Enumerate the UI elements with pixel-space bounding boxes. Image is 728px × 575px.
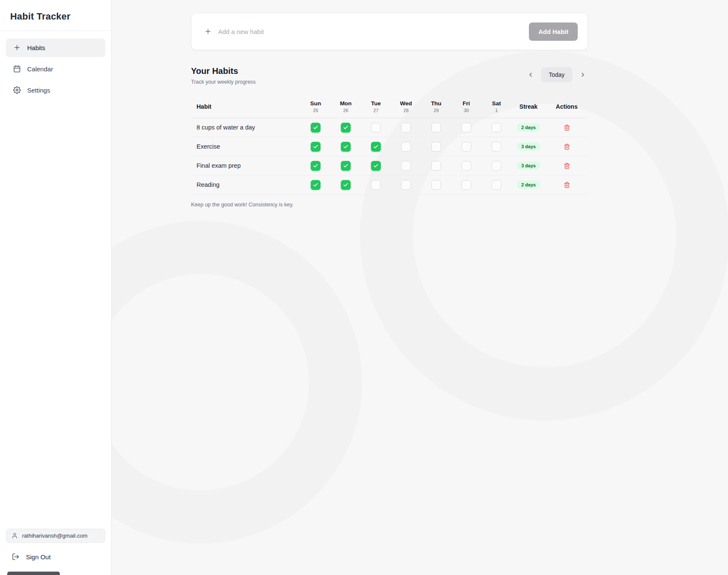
habit-checkbox[interactable] bbox=[461, 161, 471, 171]
today-button[interactable]: Today bbox=[541, 67, 572, 82]
day-cell bbox=[301, 123, 331, 132]
day-cell bbox=[481, 161, 512, 171]
delete-habit-button[interactable] bbox=[545, 182, 588, 188]
sign-out-button[interactable]: Sign Out bbox=[6, 549, 105, 565]
habit-checkbox[interactable] bbox=[431, 142, 441, 152]
sidebar-nav: Habits Calendar Settings bbox=[0, 31, 111, 107]
habit-checkbox[interactable] bbox=[341, 180, 351, 190]
sign-out-label: Sign Out bbox=[26, 553, 51, 561]
habit-checkbox[interactable] bbox=[341, 123, 351, 132]
day-cell bbox=[421, 123, 451, 132]
day-date: 1 bbox=[481, 108, 512, 113]
habit-checkbox[interactable] bbox=[401, 142, 411, 152]
sidebar-item-settings[interactable]: Settings bbox=[6, 81, 105, 99]
footer-note: Keep up the good work! Consistency is ke… bbox=[191, 202, 588, 208]
habit-checkbox[interactable] bbox=[371, 142, 381, 152]
habit-checkbox[interactable] bbox=[401, 123, 411, 132]
habit-checkbox[interactable] bbox=[461, 180, 471, 190]
delete-habit-button[interactable] bbox=[545, 163, 588, 169]
delete-habit-button[interactable] bbox=[545, 124, 588, 131]
column-header-habit: Habit bbox=[191, 103, 301, 110]
streak-badge: 2 days bbox=[517, 123, 540, 132]
chevron-right-icon bbox=[579, 71, 586, 78]
habit-checkbox[interactable] bbox=[492, 180, 501, 190]
section-title: Your Habits bbox=[191, 66, 256, 76]
day-cell bbox=[361, 123, 391, 132]
day-cell bbox=[331, 180, 361, 190]
sidebar-item-habits[interactable]: Habits bbox=[6, 39, 105, 56]
habit-checkbox[interactable] bbox=[461, 142, 471, 152]
day-cell bbox=[391, 142, 421, 152]
column-header-day: Thu29 bbox=[421, 100, 451, 113]
habit-checkbox[interactable] bbox=[311, 142, 320, 152]
day-cell bbox=[301, 161, 331, 171]
day-cell bbox=[451, 161, 481, 171]
add-habit-button[interactable]: Add Habit bbox=[529, 23, 578, 41]
habit-checkbox[interactable] bbox=[401, 180, 411, 190]
day-cell bbox=[421, 180, 451, 190]
check-icon bbox=[313, 144, 318, 149]
column-header-day: Mon26 bbox=[331, 100, 361, 113]
next-week-button[interactable] bbox=[578, 70, 588, 80]
day-cell bbox=[481, 123, 512, 132]
day-cell bbox=[451, 142, 481, 152]
sidebar-item-label: Settings bbox=[27, 87, 50, 94]
new-habit-input[interactable] bbox=[217, 28, 455, 36]
day-cell bbox=[301, 180, 331, 190]
table-row: Reading2 days bbox=[191, 175, 588, 194]
habits-table: HabitSun25Mon26Tue27Wed28Thu29Fri30Sat1S… bbox=[191, 95, 588, 194]
plus-icon bbox=[204, 28, 212, 35]
habit-checkbox[interactable] bbox=[311, 161, 320, 171]
habit-checkbox[interactable] bbox=[311, 123, 320, 132]
column-header-day: Tue27 bbox=[361, 100, 391, 113]
week-navigation: Today bbox=[526, 67, 588, 82]
user-account-button[interactable]: rathiharivansh@gmail.com bbox=[6, 529, 105, 543]
habit-checkbox[interactable] bbox=[461, 123, 471, 132]
habit-checkbox[interactable] bbox=[431, 123, 441, 132]
prev-week-button[interactable] bbox=[526, 70, 536, 80]
habit-checkbox[interactable] bbox=[341, 161, 351, 171]
streak-cell: 3 days bbox=[512, 161, 545, 170]
habit-checkbox[interactable] bbox=[401, 161, 411, 171]
habits-section-titles: Your Habits Track your weekly progress bbox=[191, 66, 256, 85]
habit-checkbox[interactable] bbox=[371, 180, 381, 190]
day-date: 30 bbox=[451, 108, 481, 113]
streak-badge: 3 days bbox=[517, 161, 540, 170]
day-cell bbox=[391, 161, 421, 171]
column-header-actions: Actions bbox=[545, 103, 588, 110]
habits-section-header: Your Habits Track your weekly progress T… bbox=[191, 66, 588, 85]
habit-checkbox[interactable] bbox=[492, 123, 501, 132]
habit-checkbox[interactable] bbox=[341, 142, 351, 152]
plus-icon bbox=[13, 44, 21, 51]
sidebar-item-label: Habits bbox=[27, 44, 45, 51]
habit-checkbox[interactable] bbox=[492, 161, 501, 171]
day-cell bbox=[361, 161, 391, 171]
habit-checkbox[interactable] bbox=[371, 123, 381, 132]
day-name: Mon bbox=[331, 100, 361, 107]
trash-icon bbox=[564, 144, 570, 150]
habit-checkbox[interactable] bbox=[492, 142, 501, 152]
delete-habit-button[interactable] bbox=[545, 144, 588, 150]
check-icon bbox=[313, 163, 318, 169]
day-cell bbox=[481, 180, 512, 190]
sidebar: Habit Tracker Habits Calendar Settings bbox=[0, 0, 112, 575]
habit-name: Final exam prep bbox=[191, 162, 301, 169]
chevron-left-icon bbox=[527, 71, 534, 78]
column-header-day: Wed28 bbox=[391, 100, 421, 113]
day-cell bbox=[331, 161, 361, 171]
actions-cell bbox=[545, 124, 588, 131]
column-header-day: Sat1 bbox=[481, 100, 512, 113]
habit-checkbox[interactable] bbox=[371, 161, 381, 171]
sidebar-item-calendar[interactable]: Calendar bbox=[6, 60, 105, 78]
habit-checkbox[interactable] bbox=[431, 161, 441, 171]
add-habit-card: Add Habit bbox=[191, 13, 588, 50]
habit-checkbox[interactable] bbox=[311, 180, 320, 190]
calendar-icon bbox=[13, 65, 21, 73]
streak-cell: 2 days bbox=[512, 123, 545, 132]
day-cell bbox=[391, 180, 421, 190]
check-icon bbox=[343, 163, 349, 169]
sidebar-footer: rathiharivansh@gmail.com Sign Out bbox=[0, 522, 111, 575]
content-column: Add Habit Your Habits Track your weekly … bbox=[191, 0, 588, 208]
day-cell bbox=[331, 123, 361, 132]
habit-checkbox[interactable] bbox=[431, 180, 441, 190]
